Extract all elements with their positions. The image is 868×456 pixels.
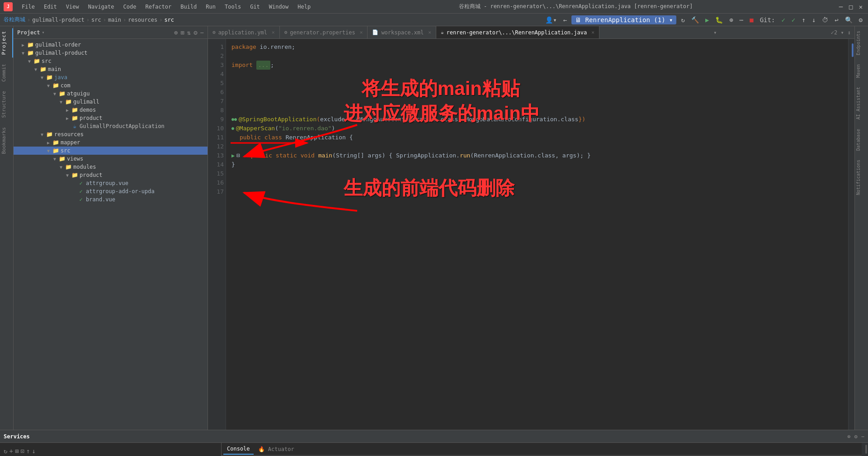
git-check1[interactable]: ✓: [779, 15, 787, 24]
tree-item-product2[interactable]: ▼ 📁 product: [14, 171, 208, 179]
git-down[interactable]: ↓: [810, 15, 817, 24]
menu-navigate[interactable]: Navigate: [85, 3, 118, 11]
sidebar-icon-structure[interactable]: Structure: [0, 88, 13, 121]
tab-close-icon[interactable]: ✕: [428, 29, 431, 35]
tab-close-icon[interactable]: ✕: [272, 29, 275, 35]
tree-item-gulimall[interactable]: ▼ 📁 gulimall: [14, 98, 208, 106]
tab-renren-application[interactable]: ☕ renren-generator\...\RenrenApplication…: [436, 26, 599, 38]
breadcrumb-final[interactable]: src: [164, 17, 174, 23]
menu-git[interactable]: Git: [246, 3, 264, 11]
undo-button[interactable]: ↩: [833, 15, 840, 24]
tree-item-modules[interactable]: ▼ 📁 modules: [14, 163, 208, 171]
tree-item-brand[interactable]: ▶ ✓ brand.vue: [14, 195, 208, 204]
project-panel-dropdown[interactable]: ▾: [42, 30, 45, 35]
tree-item-product[interactable]: ▶ 📁 product: [14, 114, 208, 122]
run-config-dropdown[interactable]: 🖥 RenrenApplication (1) ▾: [571, 15, 676, 24]
tree-item-attrgroup-add[interactable]: ▶ ✓ attrgroup-add-or-upda: [14, 187, 208, 195]
close-button[interactable]: ✕: [857, 3, 864, 10]
minimize-icon[interactable]: ⊡: [20, 447, 24, 455]
minimize-button[interactable]: ─: [837, 3, 844, 10]
sidebar-icon-bookmarks[interactable]: Bookmarks: [0, 124, 13, 157]
tree-item-src[interactable]: ▼ 📁 src: [14, 57, 208, 65]
tree-item-atguigu[interactable]: ▼ 📁 atguigu: [14, 90, 208, 98]
expand-editor-button[interactable]: ↕: [848, 29, 851, 36]
git-check2[interactable]: ✓: [790, 15, 797, 24]
sort-up-icon[interactable]: ↑: [26, 447, 30, 455]
menu-code[interactable]: Code: [120, 3, 140, 11]
breadcrumb-module[interactable]: gulimall-product: [32, 17, 85, 23]
run-button[interactable]: ▶: [703, 15, 711, 24]
tree-item-com[interactable]: ▼ 📁 com: [14, 81, 208, 90]
tab-application-yml[interactable]: ⚙ application.yml ✕: [208, 26, 280, 38]
breadcrumb-src[interactable]: src: [91, 17, 101, 23]
tree-item-resources[interactable]: ▼ 📁 resources: [14, 130, 208, 138]
add-service-icon[interactable]: ⊕: [847, 433, 850, 440]
settings-icon[interactable]: ⚙: [193, 29, 197, 36]
actuator-tab[interactable]: 🔥 Actuator: [255, 444, 298, 454]
breadcrumb-main[interactable]: main: [108, 17, 121, 23]
coverage-button[interactable]: ⊕: [727, 15, 735, 24]
tree-item-main[interactable]: ▼ 📁 main: [14, 65, 208, 73]
menu-refactor[interactable]: Refactor: [142, 3, 175, 11]
tab-overflow-button[interactable]: ▾: [711, 26, 719, 38]
java-icon: ☕: [441, 29, 444, 35]
run-config-selector[interactable]: 👤▾: [543, 15, 558, 24]
sort-icon[interactable]: ⇅: [187, 29, 191, 36]
back-button[interactable]: ←: [561, 15, 569, 24]
tree-item-mapper[interactable]: ▶ 📁 mapper: [14, 138, 208, 147]
menu-help[interactable]: Help: [294, 3, 314, 11]
tree-item-gulimall-app[interactable]: ▶ ☕ GulimallProductApplication: [14, 122, 208, 130]
maximize-button[interactable]: □: [847, 3, 854, 10]
git-up[interactable]: ↑: [800, 15, 807, 24]
menu-file[interactable]: File: [18, 3, 38, 11]
menu-run[interactable]: Run: [202, 3, 219, 11]
sidebar-icon-notifications[interactable]: Notifications: [855, 157, 868, 198]
tree-item-gulimall-product[interactable]: ▼ 📁 gulimall-product: [14, 49, 208, 57]
tab-workspace-xml[interactable]: 📄 workspace.xml ✕: [368, 26, 436, 38]
code-editor[interactable]: package io.renren; import ...; ●● @Spr: [226, 39, 848, 430]
menu-window[interactable]: Window: [265, 3, 292, 11]
tab-close-icon[interactable]: ✕: [591, 29, 594, 35]
tree-item-views[interactable]: ▼ 📁 views: [14, 155, 208, 163]
tree-item-attrgroup[interactable]: ▶ ✓ attrgroup.vue: [14, 179, 208, 187]
history-button[interactable]: ⏱: [820, 15, 830, 24]
hide-icon[interactable]: −: [200, 29, 204, 36]
sidebar-icon-ai[interactable]: AI Assistant: [855, 84, 868, 122]
menu-edit[interactable]: Edit: [40, 3, 61, 11]
menu-build[interactable]: Build: [177, 3, 200, 11]
tree-item-gulimall-order[interactable]: ▶ 📁 gulimall-order: [14, 41, 208, 49]
sidebar-icon-maven[interactable]: Maven: [855, 62, 868, 81]
tab-close-icon[interactable]: ✕: [360, 29, 363, 35]
add-icon[interactable]: +: [9, 447, 13, 455]
scrollbar-thumb[interactable]: [852, 43, 854, 57]
hide-service-icon[interactable]: −: [861, 433, 864, 440]
settings-button[interactable]: ⚙: [857, 15, 864, 24]
window-title: 谷粒商城 - renren-generator\...\RenrenApplic…: [320, 3, 832, 10]
search-button[interactable]: 🔍: [843, 15, 854, 24]
recent-files-button[interactable]: ✓2 ▾: [831, 29, 844, 36]
debug-button[interactable]: 🐛: [713, 15, 725, 24]
sort-down-icon[interactable]: ↓: [32, 447, 35, 455]
sidebar-icon-project[interactable]: Project: [0, 28, 13, 57]
sidebar-icon-endpoints[interactable]: Endpoints: [855, 28, 868, 58]
breadcrumb-resources[interactable]: resources: [128, 17, 157, 23]
tree-item-src-selected[interactable]: ▼ 📁 src: [14, 147, 208, 155]
build-button[interactable]: 🔨: [689, 15, 701, 24]
sidebar-icon-commit[interactable]: Commit: [0, 61, 13, 85]
more-run-button[interactable]: ⋯: [738, 15, 745, 24]
collapse-icon[interactable]: ⊞: [180, 29, 184, 36]
tree-item-demos[interactable]: ▶ 📁 demos: [14, 106, 208, 114]
tree-item-java[interactable]: ▼ 📁 java: [14, 73, 208, 81]
sidebar-icon-database[interactable]: Database: [855, 126, 868, 153]
locate-icon[interactable]: ⊕: [174, 29, 178, 36]
menu-tools[interactable]: Tools: [221, 3, 245, 11]
stop-button[interactable]: ■: [748, 15, 755, 24]
console-scroll-thumb[interactable]: [865, 445, 867, 454]
reload-icon[interactable]: ↻: [4, 447, 7, 455]
tab-generator-properties[interactable]: ⚙ generator.properties ✕: [280, 26, 368, 38]
settings-service-icon[interactable]: ⚙: [854, 433, 858, 440]
refresh-button[interactable]: ↻: [679, 15, 686, 24]
group-icon[interactable]: ⊞: [15, 447, 19, 455]
console-tab[interactable]: Console: [223, 444, 254, 455]
menu-view[interactable]: View: [62, 3, 83, 11]
